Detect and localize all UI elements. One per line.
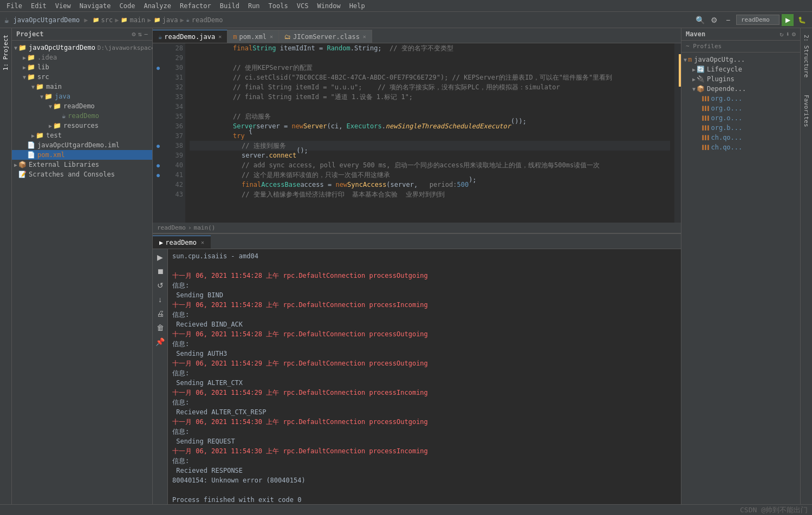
menu-edit[interactable]: Edit — [27, 1, 51, 11]
code-line-29 — [190, 53, 670, 63]
bottom-panel: ▶ readDemo ✕ ▶ ⏹ ↺ ↓ 🖨 🗑 📌 — [153, 233, 681, 504]
tab-close-pom[interactable]: ✕ — [270, 34, 273, 40]
scroll-to-end-btn[interactable]: ↓ — [154, 294, 166, 305]
maven-plugins[interactable]: ▶ 🔌 Plugins — [681, 74, 800, 84]
code-line-38: // 连接到服务 — [190, 141, 670, 151]
maven-refresh-icon[interactable]: ↻ — [779, 30, 783, 38]
menubar: File Edit View Navigate Code Analyze Ref… — [0, 0, 812, 12]
code-line-33: // final String itemId = "通道 1.设备 1.标记 1… — [190, 92, 670, 102]
tree-item-main[interactable]: ▼ 📁 main — [12, 82, 152, 92]
stop-btn[interactable]: ⏹ — [154, 265, 166, 277]
menu-view[interactable]: View — [51, 1, 75, 11]
menu-vcs[interactable]: VCS — [293, 1, 313, 11]
code-line-41: // 这个是用来循环读值的，只读一次值不用这继承 — [190, 170, 670, 180]
tree-item-src[interactable]: ▼ 📁 src — [12, 72, 152, 82]
tree-item-iml[interactable]: ▶ 📄 javaOpcUtgardDemo.iml — [12, 140, 152, 150]
toolbar-project-name: javaOpcUtgardDemo — [13, 16, 80, 24]
maven-lifecycle[interactable]: ▶ 🔄 Lifecycle — [681, 64, 800, 74]
maven-title: Maven — [686, 30, 705, 38]
tree-item-scratches[interactable]: ▶ 📝 Scratches and Consoles — [12, 170, 152, 179]
profiles-label[interactable]: ~ Profiles — [681, 41, 800, 53]
print-btn[interactable]: 🖨 — [154, 308, 166, 320]
code-content[interactable]: final String itemIdInt = Random.String; … — [185, 43, 674, 223]
sidebar-icon-collapse[interactable]: − — [144, 30, 148, 38]
bottom-tab-close[interactable]: ✕ — [201, 239, 204, 245]
tab-pom-xml[interactable]: m pom.xml ✕ — [228, 30, 279, 43]
code-line-39: server.connect(); — [190, 151, 670, 160]
code-gutter: ● ● ● ● — [153, 43, 164, 223]
project-tab-label[interactable]: 1: Project — [1, 30, 10, 75]
maven-dep-5[interactable]: ▐▐▐ ch.qo... — [681, 133, 800, 142]
tab-readdemo-java[interactable]: ☕ readDemo.java ✕ — [153, 30, 228, 43]
sidebar-header: Project ⚙ ⇅ − — [12, 28, 152, 41]
menu-run[interactable]: Run — [244, 1, 264, 11]
code-line-28: final String itemIdInt = Random.String; … — [190, 43, 670, 53]
maven-panel: Maven ↻ ⬇ ⚙ ~ Profiles ▼ m javaOpcUtg...… — [681, 28, 800, 504]
menu-navigate[interactable]: Navigate — [75, 1, 115, 11]
scrollbar-right[interactable] — [674, 43, 681, 223]
menu-build[interactable]: Build — [216, 1, 244, 11]
menu-help[interactable]: Help — [345, 1, 369, 11]
tree-item-readdemo-folder[interactable]: ▼ 📁 readDemo — [12, 101, 152, 111]
tab-close-jicomserver[interactable]: ✕ — [363, 34, 366, 40]
tree-item-lib[interactable]: ▶ 📁 lib — [12, 62, 152, 72]
structure-tab[interactable]: 2: Structure — [802, 30, 811, 82]
tree-item-pom[interactable]: ▶ 📄 pom.xml — [12, 150, 152, 160]
scrollbar-thumb — [679, 54, 681, 87]
maven-settings-icon[interactable]: ⚙ — [792, 30, 796, 38]
tree-item-external-libs[interactable]: ▶ 📦 External Libraries — [12, 160, 152, 170]
tab-jicomserver-class[interactable]: 🗂 JIComServer.class ✕ — [279, 30, 372, 43]
code-line-31: // ci.setClsid("7BC0CC8E-4B2C-47CA-ABDC-… — [190, 73, 670, 82]
tab-close-readdemo[interactable]: ✕ — [218, 34, 222, 40]
process-finished: Process finished with exit code 0 — [172, 495, 677, 504]
maven-tree-root[interactable]: ▼ m javaOpcUtg... — [681, 55, 800, 64]
menu-tools[interactable]: Tools — [264, 1, 293, 11]
bottom-tab-run[interactable]: ▶ readDemo ✕ — [153, 236, 211, 249]
maven-dep-6[interactable]: ▐▐▐ ch.qo... — [681, 142, 800, 152]
maven-dep-3[interactable]: ▐▐▐ org.o... — [681, 113, 800, 123]
menu-analyze[interactable]: Analyze — [139, 1, 176, 11]
sidebar-icon-sort[interactable]: ⇅ — [138, 30, 142, 38]
breadcrumb: readDemo › main() — [153, 223, 681, 233]
clear-btn[interactable]: 🗑 — [154, 322, 166, 334]
search-everywhere-btn[interactable]: 🔍 — [694, 14, 706, 26]
tree-item-java[interactable]: ▼ 📁 java — [12, 92, 152, 101]
menu-refactor[interactable]: Refactor — [176, 1, 216, 11]
favorites-tab[interactable]: Favorites — [802, 90, 811, 132]
settings-btn[interactable]: ⚙ — [708, 14, 720, 26]
tree-item-root[interactable]: ▼ 📁 javaOpcUtgardDemo D:\javaworkspace\s… — [12, 43, 152, 53]
menu-file[interactable]: File — [2, 1, 27, 11]
rerun-btn[interactable]: ↺ — [154, 279, 166, 291]
sidebar-icon-gear[interactable]: ⚙ — [132, 30, 135, 38]
tree-item-readdemo-file[interactable]: ▶ ☕ readDemo — [12, 111, 152, 121]
breadcrumb-class[interactable]: readDemo — [157, 224, 186, 231]
run-config[interactable]: readDemo — [736, 15, 779, 25]
run-again-btn[interactable]: ▶ — [154, 251, 166, 263]
menu-code[interactable]: Code — [115, 1, 140, 11]
bottom-tabs: ▶ readDemo ✕ — [153, 234, 681, 249]
tree-item-idea[interactable]: ▶ 📁 .idea — [12, 53, 152, 62]
console-line-3: 十一月 06, 2021 11:54:28 上午 rpc.DefaultConn… — [172, 271, 677, 281]
breadcrumb-method[interactable]: main() — [194, 224, 216, 231]
left-tab-panel: 1: Project — [0, 28, 12, 504]
debug-btn[interactable]: 🐛 — [796, 14, 808, 26]
run-btn[interactable]: ▶ — [782, 14, 794, 26]
maven-dep-1[interactable]: ▐▐▐ org.o... — [681, 94, 800, 103]
menu-window[interactable]: Window — [313, 1, 345, 11]
minimize-btn[interactable]: − — [722, 14, 734, 26]
bottom-content: ▶ ⏹ ↺ ↓ 🖨 🗑 📌 sun.cpu.isaiis - amd04 十一月… — [153, 249, 681, 504]
code-line-42: final AccessBase access = new SyncAccess… — [190, 180, 670, 190]
maven-download-icon[interactable]: ⬇ — [786, 30, 790, 38]
code-line-34 — [190, 102, 670, 112]
pin-btn[interactable]: 📌 — [154, 336, 166, 348]
run-icon: ▶ — [159, 239, 163, 246]
main-layout: 1: Project Project ⚙ ⇅ − ▼ 📁 javaOpcUtga… — [0, 28, 812, 504]
maven-dep-4[interactable]: ▐▐▐ org.b... — [681, 123, 800, 133]
maven-dep-2[interactable]: ▐▐▐ org.o... — [681, 103, 800, 113]
tree-item-test[interactable]: ▶ 📁 test — [12, 131, 152, 140]
editor-area: ☕ readDemo.java ✕ m pom.xml ✕ 🗂 JIComSer… — [153, 28, 681, 504]
xml-file-icon: m — [233, 33, 237, 41]
code-line-35: // 启动服务 — [190, 112, 670, 121]
maven-dependencies[interactable]: ▼ 📦 Depende... — [681, 84, 800, 94]
tree-item-resources[interactable]: ▶ 📁 resources — [12, 121, 152, 131]
